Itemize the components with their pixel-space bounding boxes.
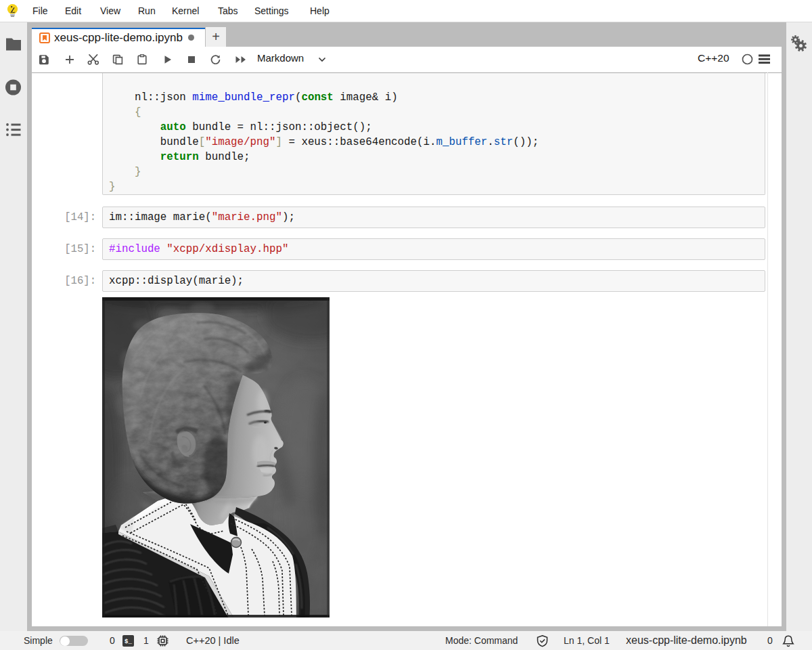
svg-text:$_: $_ (125, 638, 132, 645)
